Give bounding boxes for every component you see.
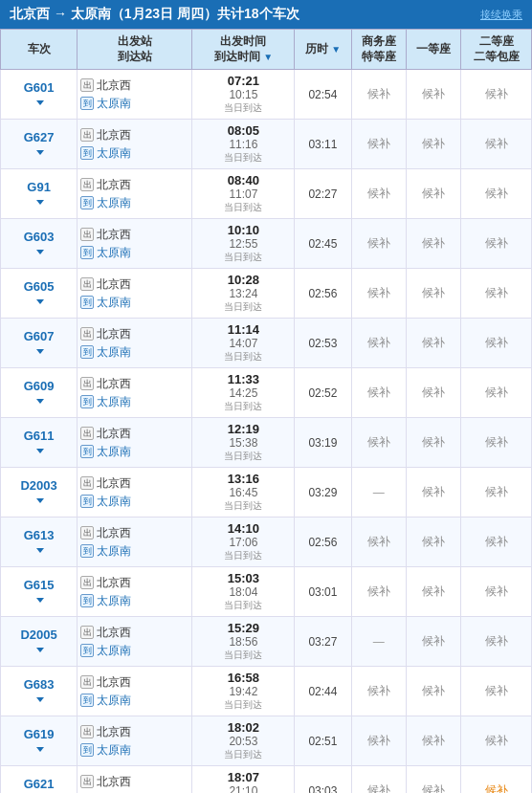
time-cell: 15:29 18:56 当日到达: [192, 617, 295, 667]
biz-ticket[interactable]: 候补: [367, 137, 390, 150]
col-train: 车次: [1, 30, 78, 70]
train-expand-icon[interactable]: [34, 741, 44, 755]
train-number-link[interactable]: G609: [24, 379, 55, 393]
second-ticket[interactable]: 候补: [485, 783, 508, 793]
train-number-link[interactable]: G603: [24, 230, 55, 244]
second-ticket[interactable]: 候补: [485, 187, 508, 200]
second-ticket[interactable]: 候补: [485, 87, 508, 100]
second-ticket[interactable]: 候补: [485, 435, 508, 449]
first-ticket[interactable]: 候补: [422, 584, 445, 598]
train-expand-icon[interactable]: [34, 493, 44, 506]
second-ticket[interactable]: 候补: [485, 485, 508, 498]
train-number-link[interactable]: G627: [24, 130, 55, 144]
table-header: 车次 出发站到达站 出发时间到达时间 ▼ 历时 ▼ 商务座特等座 一等座 二等座…: [1, 30, 532, 70]
train-number-link[interactable]: G613: [24, 528, 55, 542]
biz-ticket[interactable]: 候补: [367, 783, 390, 793]
second-ticket[interactable]: 候补: [485, 286, 508, 299]
biz-ticket[interactable]: 候补: [367, 87, 390, 100]
first-ticket[interactable]: 候补: [422, 286, 445, 299]
biz-ticket[interactable]: 候补: [367, 236, 390, 250]
second-ticket[interactable]: 候补: [485, 385, 508, 399]
train-number-link[interactable]: G615: [24, 578, 55, 592]
duration-cell: 03:27: [295, 617, 351, 667]
second-ticket[interactable]: 候补: [485, 137, 508, 150]
depart-station: 北京西: [97, 326, 131, 342]
train-expand-icon[interactable]: [34, 642, 44, 655]
train-expand-icon[interactable]: [34, 294, 44, 307]
first-ticket[interactable]: 候补: [422, 734, 445, 747]
biz-seat-cell: 候补: [351, 169, 406, 219]
arrive-station: 太原南: [97, 593, 131, 609]
arrive-icon: 到: [80, 196, 94, 209]
depart-station: 北京西: [97, 276, 131, 293]
biz-seat-cell: 候补: [351, 716, 406, 766]
depart-time: 18:02: [195, 720, 291, 735]
train-expand-icon[interactable]: [34, 144, 44, 158]
biz-ticket[interactable]: 候补: [367, 336, 390, 349]
train-number-link[interactable]: G621: [24, 777, 55, 791]
train-number-link[interactable]: G619: [24, 727, 55, 741]
train-expand-icon[interactable]: [34, 443, 44, 456]
train-expand-icon[interactable]: [34, 244, 44, 257]
station-cell: 出 北京西 到 太原南: [78, 169, 192, 219]
duration-cell: 02:52: [295, 368, 351, 418]
train-expand-icon[interactable]: [34, 194, 44, 208]
train-number-link[interactable]: G683: [24, 677, 55, 692]
arrive-note: 当日到达: [195, 101, 291, 115]
transfer-link[interactable]: 接续换乘: [480, 9, 522, 20]
second-ticket[interactable]: 候补: [485, 684, 508, 697]
train-expand-icon[interactable]: [34, 95, 44, 108]
first-ticket[interactable]: 候补: [422, 634, 445, 648]
second-ticket[interactable]: 候补: [485, 535, 508, 548]
train-table: 车次 出发站到达站 出发时间到达时间 ▼ 历时 ▼ 商务座特等座 一等座 二等座…: [0, 29, 532, 793]
biz-ticket[interactable]: 候补: [367, 286, 390, 299]
biz-ticket[interactable]: 候补: [367, 187, 390, 200]
first-ticket[interactable]: 候补: [422, 137, 445, 150]
route-title: 北京西 → 太原南（1月23日 周四）共计18个车次: [10, 6, 299, 23]
train-expand-icon[interactable]: [34, 343, 44, 357]
biz-ticket[interactable]: 候补: [367, 535, 390, 548]
train-expand-icon[interactable]: [34, 393, 44, 407]
col-time[interactable]: 出发时间到达时间 ▼: [192, 30, 295, 70]
arrive-station: 太原南: [97, 543, 131, 560]
arrive-note: 当日到达: [195, 400, 291, 413]
biz-ticket[interactable]: 候补: [367, 435, 390, 449]
first-ticket[interactable]: 候补: [422, 336, 445, 349]
arrive-station: 太原南: [97, 145, 131, 162]
arrive-icon: 到: [80, 97, 94, 110]
second-ticket[interactable]: 候补: [485, 236, 508, 250]
first-ticket[interactable]: 候补: [422, 87, 445, 100]
second-ticket[interactable]: 候补: [485, 336, 508, 349]
duration-cell: 03:01: [295, 567, 351, 617]
first-ticket[interactable]: 候补: [422, 236, 445, 250]
time-cell: 10:28 13:24 当日到达: [192, 269, 295, 319]
train-expand-icon[interactable]: [34, 692, 44, 705]
second-ticket[interactable]: 候补: [485, 634, 508, 648]
first-ticket[interactable]: 候补: [422, 485, 445, 498]
second-ticket[interactable]: 候补: [485, 734, 508, 747]
first-ticket[interactable]: 候补: [422, 783, 445, 793]
train-number-link[interactable]: G605: [24, 279, 55, 294]
duration-cell: 02:53: [295, 319, 351, 368]
second-ticket[interactable]: 候补: [485, 584, 508, 598]
first-ticket[interactable]: 候补: [422, 535, 445, 548]
biz-ticket[interactable]: 候补: [367, 684, 390, 697]
biz-ticket[interactable]: 候补: [367, 584, 390, 598]
first-ticket[interactable]: 候补: [422, 385, 445, 399]
first-ticket[interactable]: 候补: [422, 435, 445, 449]
depart-time: 18:07: [195, 770, 291, 784]
biz-ticket[interactable]: 候补: [367, 734, 390, 747]
train-number-link[interactable]: D2005: [20, 628, 56, 642]
train-expand-icon[interactable]: [34, 542, 44, 556]
train-number-link[interactable]: D2003: [20, 478, 56, 493]
col-duration[interactable]: 历时 ▼: [295, 30, 351, 70]
train-number-link[interactable]: G611: [24, 429, 55, 443]
train-number-link[interactable]: G601: [24, 80, 55, 95]
arrive-time: 14:25: [195, 386, 291, 400]
train-number-link[interactable]: G91: [27, 180, 51, 194]
train-number-link[interactable]: G607: [24, 329, 55, 343]
first-ticket[interactable]: 候补: [422, 684, 445, 697]
biz-ticket[interactable]: 候补: [367, 385, 390, 399]
first-ticket[interactable]: 候补: [422, 187, 445, 200]
train-expand-icon[interactable]: [34, 592, 44, 606]
